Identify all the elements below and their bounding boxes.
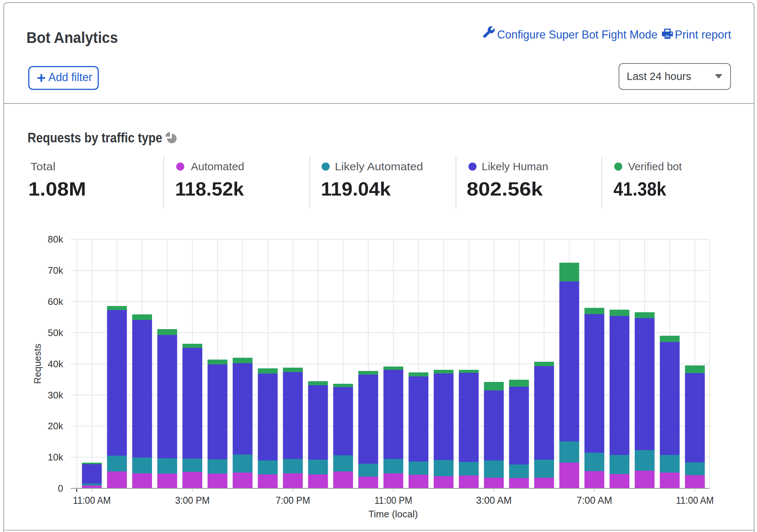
svg-text:Requests: Requests	[32, 344, 43, 384]
svg-text:30k: 30k	[48, 390, 64, 401]
svg-text:10k: 10k	[48, 452, 64, 463]
svg-text:Time (local): Time (local)	[368, 509, 418, 520]
svg-text:80k: 80k	[48, 234, 64, 245]
svg-text:3:00 PM: 3:00 PM	[175, 495, 210, 506]
svg-text:3:00 AM: 3:00 AM	[476, 495, 512, 506]
svg-text:50k: 50k	[48, 327, 64, 338]
svg-text:20k: 20k	[48, 420, 64, 431]
svg-text:7:00 PM: 7:00 PM	[276, 495, 310, 506]
svg-text:11:00 PM: 11:00 PM	[374, 495, 412, 506]
svg-text:60k: 60k	[48, 296, 64, 307]
svg-text:40k: 40k	[48, 358, 64, 369]
svg-text:70k: 70k	[48, 265, 64, 276]
svg-text:7:00 AM: 7:00 AM	[577, 495, 612, 506]
svg-text:0: 0	[58, 483, 63, 494]
svg-text:11:00 AM: 11:00 AM	[676, 495, 714, 506]
svg-text:11:00 AM: 11:00 AM	[73, 495, 111, 506]
